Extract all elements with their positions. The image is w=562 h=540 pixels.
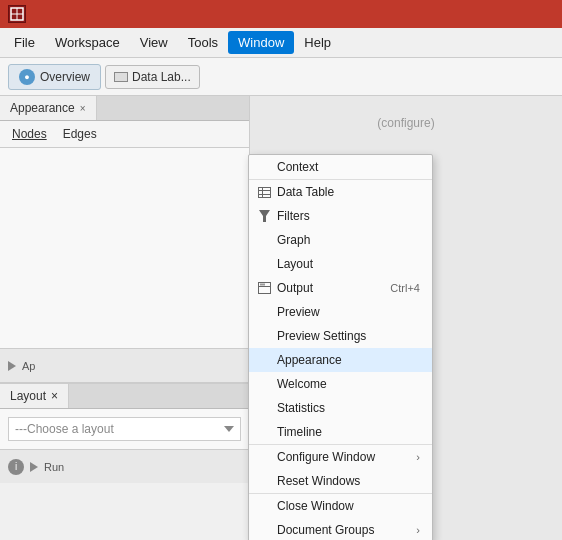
- left-panel: Appearance × Nodes Edges Ap Layout ×: [0, 96, 250, 540]
- menu-item-filters[interactable]: Filters: [249, 204, 432, 228]
- overview-label: Overview: [40, 70, 90, 84]
- layout-select[interactable]: ---Choose a layout: [8, 417, 241, 441]
- appearance-bottom: Ap: [0, 348, 249, 382]
- title-bar: [0, 0, 562, 28]
- filters-icon: [257, 209, 271, 223]
- edges-tab[interactable]: Edges: [59, 125, 101, 143]
- svg-rect-3: [258, 187, 270, 197]
- layout-input-area: ---Choose a layout: [0, 409, 249, 449]
- menu-item-data-table[interactable]: Data Table: [249, 180, 432, 204]
- menu-item-output[interactable]: Output Ctrl+4: [249, 276, 432, 300]
- data-lab-icon: [114, 72, 128, 82]
- configure-window-arrow: ›: [416, 451, 420, 463]
- output-shortcut: Ctrl+4: [390, 282, 420, 294]
- menu-file[interactable]: File: [4, 31, 45, 54]
- appearance-panel: Appearance × Nodes Edges Ap: [0, 96, 249, 382]
- data-lab-label: Data Lab...: [132, 70, 191, 84]
- menu-section-4: Close Window Document Groups ›: [249, 494, 432, 540]
- appearance-close[interactable]: ×: [80, 103, 86, 114]
- menu-item-reset-windows[interactable]: Reset Windows: [249, 469, 432, 493]
- appearance-tab-bar: Appearance ×: [0, 96, 249, 121]
- menu-item-document-groups[interactable]: Document Groups ›: [249, 518, 432, 540]
- document-groups-arrow: ›: [416, 524, 420, 536]
- svg-rect-10: [260, 284, 265, 286]
- menu-view[interactable]: View: [130, 31, 178, 54]
- appearance-run-arrow[interactable]: [8, 361, 16, 371]
- layout-run-arrow[interactable]: [30, 462, 38, 472]
- menu-item-context[interactable]: Context: [249, 155, 432, 179]
- menu-item-welcome[interactable]: Welcome: [249, 372, 432, 396]
- layout-tab-bar: Layout ×: [0, 384, 249, 409]
- overview-button[interactable]: ● Overview: [8, 64, 101, 90]
- data-table-icon: [257, 185, 271, 199]
- layout-tab-label: Layout: [10, 389, 46, 403]
- menu-tools[interactable]: Tools: [178, 31, 228, 54]
- menu-section-2: Data Table Filters Graph Layout: [249, 180, 432, 445]
- menu-item-layout[interactable]: Layout: [249, 252, 432, 276]
- menu-bar: File Workspace View Tools Window Help: [0, 28, 562, 58]
- overview-icon: ●: [19, 69, 35, 85]
- output-icon: [257, 281, 271, 295]
- data-lab-button[interactable]: Data Lab...: [105, 65, 200, 89]
- menu-window[interactable]: Window: [228, 31, 294, 54]
- svg-marker-7: [259, 210, 270, 222]
- menu-item-timeline[interactable]: Timeline: [249, 420, 432, 444]
- nodes-tab[interactable]: Nodes: [8, 125, 51, 143]
- menu-item-configure-window[interactable]: Configure Window ›: [249, 445, 432, 469]
- info-icon[interactable]: i: [8, 459, 24, 475]
- layout-run-label: Run: [44, 461, 64, 473]
- menu-item-appearance[interactable]: Appearance: [249, 348, 432, 372]
- menu-help[interactable]: Help: [294, 31, 341, 54]
- app-icon: [8, 5, 26, 23]
- menu-workspace[interactable]: Workspace: [45, 31, 130, 54]
- menu-section-3: Configure Window › Reset Windows: [249, 445, 432, 494]
- appearance-content: [0, 148, 249, 348]
- layout-panel: Layout × ---Choose a layout i Run: [0, 382, 249, 483]
- layout-close[interactable]: ×: [51, 389, 58, 403]
- menu-item-statistics[interactable]: Statistics: [249, 396, 432, 420]
- layout-bottom: i Run: [0, 449, 249, 483]
- layout-tab[interactable]: Layout ×: [0, 384, 69, 408]
- appearance-run-label: Ap: [22, 360, 35, 372]
- menu-item-close-window[interactable]: Close Window: [249, 494, 432, 518]
- menu-item-preview-settings[interactable]: Preview Settings: [249, 324, 432, 348]
- node-edge-tabs: Nodes Edges: [0, 121, 249, 148]
- toolbar: ● Overview Data Lab...: [0, 58, 562, 96]
- main-area: Appearance × Nodes Edges Ap Layout ×: [0, 96, 562, 540]
- appearance-tab[interactable]: Appearance ×: [0, 96, 97, 120]
- window-dropdown-menu[interactable]: Context Data Table Filters: [248, 154, 433, 540]
- menu-item-graph[interactable]: Graph: [249, 228, 432, 252]
- configure-hint: (configure): [377, 116, 434, 130]
- menu-item-preview[interactable]: Preview: [249, 300, 432, 324]
- menu-section-1: Context: [249, 155, 432, 180]
- appearance-tab-label: Appearance: [10, 101, 75, 115]
